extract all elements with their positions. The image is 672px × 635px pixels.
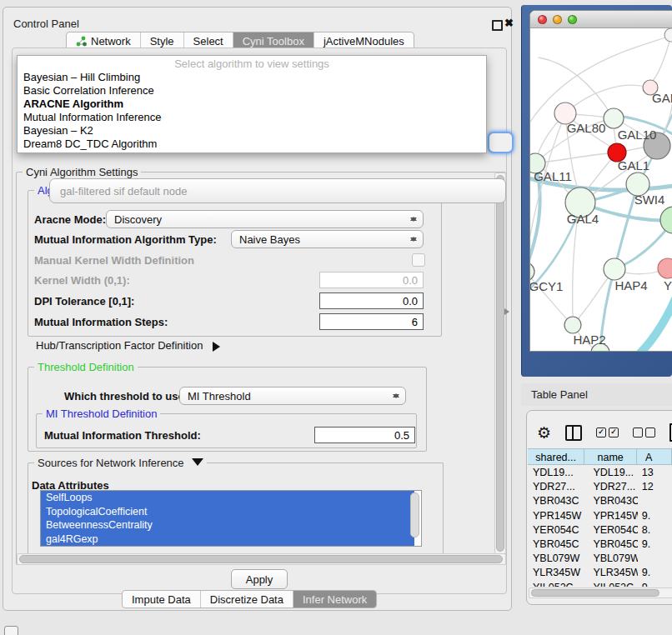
apply-button[interactable]: Apply xyxy=(231,569,288,589)
table-cell: YDR27... xyxy=(584,480,637,494)
data-attributes-list[interactable]: SelfLoopsTopologicalCoefficientBetweenne… xyxy=(40,490,422,547)
close-panel-icon[interactable]: ✖ xyxy=(504,17,514,29)
network-node-gcy1[interactable] xyxy=(530,262,534,281)
network-node-y[interactable] xyxy=(658,258,672,278)
attribute-list-item[interactable]: gal4RGexp xyxy=(41,532,414,547)
which-threshold-label: Which threshold to use: xyxy=(64,390,188,402)
table-toolbar: ✓✓ xyxy=(537,422,672,443)
select-checked-pair-icon[interactable]: ✓✓ xyxy=(596,428,619,438)
table-cell: YLR345W xyxy=(528,566,584,580)
table-header-cell[interactable]: shared... xyxy=(528,448,584,465)
table-row[interactable]: YLR345WYLR345W9. xyxy=(528,566,672,580)
attribute-list-item[interactable]: TopologicalCoefficient xyxy=(41,505,414,519)
network-icon xyxy=(76,36,87,47)
checked-box-icon: ✓ xyxy=(609,428,619,438)
dropdown-item[interactable]: Bayesian – Hill Climbing xyxy=(18,71,486,84)
tab-label: Style xyxy=(150,35,174,48)
table-cell: 9. xyxy=(638,509,672,523)
mi-threshold-field[interactable] xyxy=(314,427,415,443)
kernel-width-field[interactable] xyxy=(319,272,424,288)
table-cell: YER054C xyxy=(528,523,584,538)
node-label: HAP4 xyxy=(614,278,647,292)
table-row[interactable]: YPR145WYPR145W9. xyxy=(528,509,672,523)
mi-threshold-label: Mutual Information Threshold: xyxy=(44,429,201,442)
gear-icon[interactable] xyxy=(537,423,551,442)
settings-horizontal-scrollbar[interactable] xyxy=(17,553,506,565)
table-cell: 8. xyxy=(638,523,672,538)
dropdown-item[interactable]: Bayesian – K2 xyxy=(18,124,486,138)
network-node[interactable] xyxy=(664,28,672,42)
tab-style[interactable]: Style xyxy=(141,32,184,49)
table-cell: YBL079W xyxy=(528,552,584,566)
node-label: GAL10 xyxy=(618,128,657,142)
network-edge[interactable] xyxy=(652,35,671,82)
table-row[interactable]: YER054CYER054C8. xyxy=(528,523,672,538)
table-header-cell[interactable]: A xyxy=(637,448,672,465)
table-row[interactable]: YDL19...YDL19...13 xyxy=(528,466,672,480)
attribute-list-item[interactable]: SelfLoops xyxy=(41,491,414,505)
dropdown-prompt: Select algorithm to view settings xyxy=(18,58,486,71)
network-canvas[interactable]: GALGAL80GAL10GAL1GAL11SWI4GAL4GCY1HAP4YH… xyxy=(530,28,672,352)
mi-steps-label: Mutual Information Steps: xyxy=(34,316,168,328)
hub-definition-toggle[interactable]: Hub/Transcription Factor Definition xyxy=(36,339,225,352)
network-edge[interactable] xyxy=(539,58,614,118)
tab-discretize-data[interactable]: Discretize Data xyxy=(201,591,293,608)
float-panel-icon[interactable] xyxy=(492,20,503,31)
settings-vertical-scrollbar-thumb[interactable] xyxy=(496,175,504,552)
zoom-traffic-light[interactable] xyxy=(568,15,577,24)
collapsed-arrow-icon xyxy=(213,342,225,352)
dropdown-item[interactable]: Mutual Information Inference xyxy=(18,111,486,124)
minimize-traffic-light[interactable] xyxy=(553,15,562,24)
close-traffic-light[interactable] xyxy=(538,15,547,24)
table-row[interactable]: YBL079WYBL079W xyxy=(528,552,672,566)
network-edge[interactable] xyxy=(630,291,672,352)
dropdown-item[interactable]: Dream8 DC_TDC Algorithm xyxy=(18,138,486,151)
tab-label: Impute Data xyxy=(132,593,191,606)
network-node-hap2[interactable] xyxy=(564,317,581,333)
aracne-mode-combobox[interactable]: Discovery xyxy=(106,210,424,228)
algorithm-combobox-focus-edge[interactable] xyxy=(488,132,514,153)
select-unchecked-pair-icon[interactable] xyxy=(633,428,655,438)
tab-label: Infer Network xyxy=(303,593,367,606)
mi-steps-field[interactable] xyxy=(319,313,424,330)
tab-jactivemnodules[interactable]: jActiveMNodules xyxy=(314,32,414,49)
table-header-cell[interactable]: name xyxy=(584,448,637,465)
table-cell: YDL19... xyxy=(528,466,584,480)
dropdown-item[interactable]: ARACNE Algorithm xyxy=(18,98,486,111)
dropdown-item[interactable]: Basic Correlation Inference xyxy=(18,84,486,98)
manual-kernel-checkbox[interactable] xyxy=(412,253,425,267)
table-horizontal-scrollbar-thumb[interactable] xyxy=(531,589,659,597)
table-horizontal-scrollbar[interactable] xyxy=(529,588,672,598)
node-label: Y xyxy=(664,278,672,292)
sources-group-title: Sources for Network Inference xyxy=(34,457,207,472)
network-node-gal10[interactable] xyxy=(604,108,624,128)
table-row[interactable]: YBR043CYBR043C xyxy=(528,494,672,508)
table-row[interactable]: YBR045CYBR045C9. xyxy=(528,538,672,552)
tab-label: Network xyxy=(91,35,131,48)
network-node[interactable] xyxy=(660,207,672,233)
table-cell: YBR043C xyxy=(528,494,584,508)
splitter-collapse-handle[interactable] xyxy=(504,308,513,315)
settings-horizontal-scrollbar-thumb[interactable] xyxy=(19,555,503,563)
table-cell: YBR045C xyxy=(528,538,584,552)
table-row[interactable]: YIL052CYIL052C9 xyxy=(528,581,672,588)
columns-icon[interactable] xyxy=(565,425,582,441)
table-panel-title: Table Panel xyxy=(521,383,672,406)
tab-cyni-toolbox[interactable]: Cyni Toolbox xyxy=(233,32,314,49)
tab-infer-network[interactable]: Infer Network xyxy=(293,591,376,608)
attribute-list-item[interactable]: BetweennessCentrality xyxy=(41,518,414,532)
network-node-hap4[interactable] xyxy=(604,258,625,280)
network-selector-combobox[interactable]: gal-filtered sif default node xyxy=(49,178,506,203)
mi-type-combobox[interactable]: Naive Bayes xyxy=(231,230,424,248)
minimized-panel-icon[interactable] xyxy=(4,626,18,635)
tab-label: Discretize Data xyxy=(210,593,283,606)
dpi-tolerance-field[interactable] xyxy=(319,292,424,309)
network-edge[interactable] xyxy=(535,153,609,163)
list-scrollbar-thumb[interactable] xyxy=(410,492,419,538)
tab-impute-data[interactable]: Impute Data xyxy=(123,591,201,608)
tab-network[interactable]: Network xyxy=(67,32,141,49)
table-row[interactable]: YDR27...YDR27...12 xyxy=(528,480,672,494)
settings-vertical-scrollbar[interactable] xyxy=(494,172,506,554)
which-threshold-combobox[interactable]: MI Threshold xyxy=(179,387,406,405)
tab-select[interactable]: Select xyxy=(184,32,233,49)
